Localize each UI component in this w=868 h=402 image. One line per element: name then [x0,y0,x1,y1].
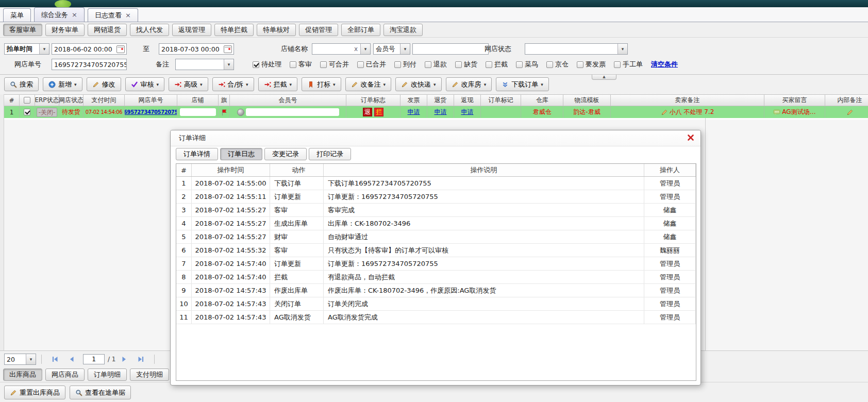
grid-column-header[interactable]: 订单标记 [481,94,521,106]
log-row[interactable]: 102018-07-02 14:57:43关闭订单订单关闭完成管理员 [176,297,696,311]
window-tab[interactable]: 日志查看× [88,8,138,22]
grid-column-header[interactable]: 仓库 [521,94,563,106]
last-page-button[interactable] [135,354,147,365]
grid-column-header[interactable]: 发票 [400,94,427,106]
grid-column-header[interactable]: 物流模板 [563,94,611,106]
checkbox[interactable] [320,61,327,68]
calendar-icon[interactable] [224,45,232,53]
date-to-input[interactable]: 2018-07-03 00:00 [159,43,234,55]
grid-column-header[interactable] [20,94,35,106]
toolbar-button[interactable]: 拦截▾ [258,77,298,91]
toolbar-button[interactable]: 改库房▾ [446,77,492,91]
checkbox[interactable] [425,61,431,68]
close-dialog-button[interactable] [687,134,695,142]
grid-column-header[interactable]: ERP状态 [35,94,59,106]
checkbox[interactable] [290,61,296,68]
order-no-input[interactable]: 169572734705720755 [52,59,127,70]
checkbox[interactable] [486,61,492,68]
grid-column-header[interactable]: 买家留言 [764,94,825,106]
dialog-tab[interactable]: 订单日志 [220,148,262,160]
next-page-button[interactable] [118,354,130,365]
dropdown-arrow-icon[interactable]: ▾ [360,44,370,54]
detail-toolbar-button[interactable]: 查看在途单据 [70,386,131,399]
grid-column-header[interactable]: # [4,94,20,106]
grid-cell[interactable]: 退拦 [346,106,400,118]
detail-tab[interactable]: 网店商品 [45,368,85,381]
clear-conditions-link[interactable]: 清空条件 [651,59,678,70]
calendar-icon[interactable] [116,45,125,53]
grid-cell[interactable] [20,106,35,118]
toolbar-button[interactable]: 高级▾ [169,77,208,91]
checkbox[interactable] [614,61,621,68]
module-tab[interactable]: 特单拦截 [214,24,254,36]
detail-tab[interactable]: 支付明细 [130,368,169,381]
window-tab[interactable]: 菜单 [3,8,31,22]
grid-column-header[interactable]: 退货 [427,94,454,106]
toolbar-button[interactable]: 改备注▾ [345,77,392,91]
clear-x-icon[interactable]: x [352,45,360,53]
member-no-input[interactable] [412,43,489,55]
grid-column-header[interactable]: 旗 [219,94,230,106]
shop-status-select[interactable]: ▾ [525,43,628,55]
module-tab[interactable]: 客服审单 [3,24,42,36]
log-row[interactable]: 22018-07-02 14:55:11订单更新订单更新：16957273470… [176,190,696,204]
log-row[interactable]: 82018-07-02 14:57:40拦截有退款商品，自动拦截管理员 [176,271,696,284]
log-row[interactable]: 12018-07-02 14:55:00下载订单下载订单169572734705… [176,177,696,190]
prev-page-button[interactable] [65,354,78,365]
grid-cell[interactable] [219,106,230,118]
grid-cell[interactable] [177,106,219,118]
close-tab-icon[interactable]: × [125,12,131,19]
apply-link[interactable]: 申请 [408,108,420,116]
select-all-checkbox[interactable] [24,97,30,104]
module-tab[interactable]: 返现管理 [172,24,211,36]
module-tab[interactable]: 促销管理 [299,24,338,36]
grid-column-header[interactable]: 订单标志 [346,94,400,106]
grid-cell[interactable] [230,106,346,118]
grid-cell[interactable]: 169572734705720755 [125,106,177,118]
checkbox[interactable] [455,61,462,68]
date-from-input[interactable]: 2018-06-02 00:00 [52,43,127,55]
dialog-titlebar[interactable]: 订单详细 [171,130,700,146]
grid-column-header[interactable]: 内部备注 [825,94,868,106]
grid-cell[interactable]: 申请 [400,106,427,118]
checkbox[interactable] [516,61,523,68]
checkbox[interactable] [357,61,364,68]
dialog-tab[interactable]: 变更记录 [264,148,307,160]
grid-cell[interactable] [481,106,521,118]
grid-cell[interactable]: 君威仓 [521,106,563,118]
grid-column-header[interactable]: 卖家备注 [611,94,764,106]
grid-cell[interactable]: 小八 不处理 7.2 [611,106,764,118]
toolbar-button[interactable]: 合/拆▾ [212,77,254,91]
close-tab-icon[interactable]: × [72,11,77,18]
dropdown-arrow-icon[interactable]: ▾ [39,44,49,54]
log-row[interactable]: 62018-07-02 14:55:32客审只有状态为【待客审】的订单才可以审核… [176,244,696,257]
log-row[interactable]: 92018-07-02 14:57:43作废出库单作废出库单：CK-180702… [176,284,696,297]
grid-cell[interactable]: 申请 [454,106,481,118]
grid-column-header[interactable]: 支付时间 [84,94,125,106]
grid-cell[interactable]: -关闭- [35,106,59,118]
apply-link[interactable]: 申请 [435,108,447,116]
log-row[interactable]: 112018-07-02 14:57:43AG取消发货AG取消发货完成管理员 [176,311,696,324]
detail-tab[interactable]: 出库商品 [3,368,42,381]
toolbar-button[interactable]: 新增▾ [43,77,82,91]
toolbar-button[interactable]: 搜索 [4,77,39,91]
grid-cell[interactable]: 1 [4,106,20,118]
order-number-link[interactable]: 169572734705720755 [125,109,177,115]
shop-name-combo[interactable]: x ▾ [312,43,371,55]
toolbar-button[interactable]: 审核▾ [125,77,165,91]
toolbar-button[interactable]: 下载订单▾ [496,77,549,91]
dropdown-arrow-icon[interactable]: ▾ [617,44,627,54]
grid-cell[interactable]: 韵达-君威 [563,106,611,118]
dropdown-arrow-icon[interactable]: ▾ [400,44,410,54]
checkbox[interactable] [546,61,553,68]
log-row[interactable]: 42018-07-02 14:55:27生成出库单出库单：CK-180702-3… [176,217,696,230]
detail-tab[interactable]: 订单明细 [88,368,127,381]
time-type-select[interactable]: 拍单时间 ▾ [4,43,49,55]
module-tab[interactable]: 网销退货 [88,24,127,36]
apply-link[interactable]: 申请 [461,108,474,116]
toolbar-button[interactable]: 改快递▾ [395,77,442,91]
grid-cell[interactable]: 07-02 14:54:06 [84,106,125,118]
grid-column-header[interactable]: 店铺 [177,94,219,106]
module-tab[interactable]: 财务审单 [45,24,85,36]
toolbar-button[interactable]: 打标▾ [302,77,341,91]
